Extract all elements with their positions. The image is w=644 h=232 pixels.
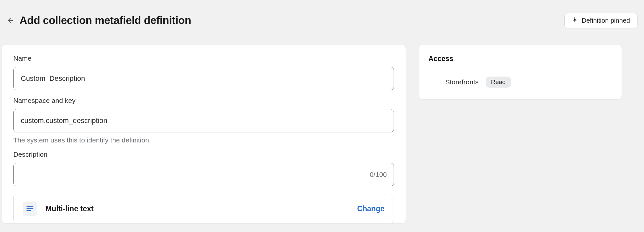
type-row: Multi-line text Change (13, 194, 394, 223)
namespace-field-group: Namespace and key The system uses this t… (13, 97, 394, 144)
name-input[interactable] (13, 67, 394, 90)
name-label: Name (13, 55, 394, 62)
change-type-link[interactable]: Change (357, 204, 385, 213)
type-label: Multi-line text (45, 204, 94, 213)
storefronts-label: Storefronts (445, 78, 479, 86)
description-label: Description (13, 151, 394, 158)
name-field-group: Name (13, 55, 394, 90)
description-input[interactable] (13, 163, 394, 186)
content-layout: Name Namespace and key The system uses t… (0, 32, 644, 223)
definition-pinned-button[interactable]: Definition pinned (564, 13, 638, 28)
namespace-helper-text: The system uses this to identify the def… (13, 136, 394, 144)
definition-form-card: Name Namespace and key The system uses t… (2, 45, 406, 223)
definition-pinned-label: Definition pinned (582, 17, 630, 24)
pin-icon (572, 17, 578, 24)
storefronts-read-badge: Read (486, 77, 511, 88)
access-heading: Access (428, 55, 612, 63)
header-left: Add collection metafield definition (6, 14, 191, 27)
back-arrow-icon[interactable] (6, 17, 14, 24)
page-header: Add collection metafield definition Defi… (0, 0, 644, 32)
namespace-label: Namespace and key (13, 97, 394, 104)
namespace-input[interactable] (13, 109, 394, 132)
type-left: Multi-line text (23, 201, 94, 216)
page-title: Add collection metafield definition (19, 14, 191, 27)
access-card: Access Storefronts Read (419, 45, 622, 99)
multiline-text-icon (23, 201, 37, 216)
storefronts-access-row[interactable]: Storefronts Read (428, 77, 612, 88)
description-field-group: Description 0/100 (13, 151, 394, 186)
